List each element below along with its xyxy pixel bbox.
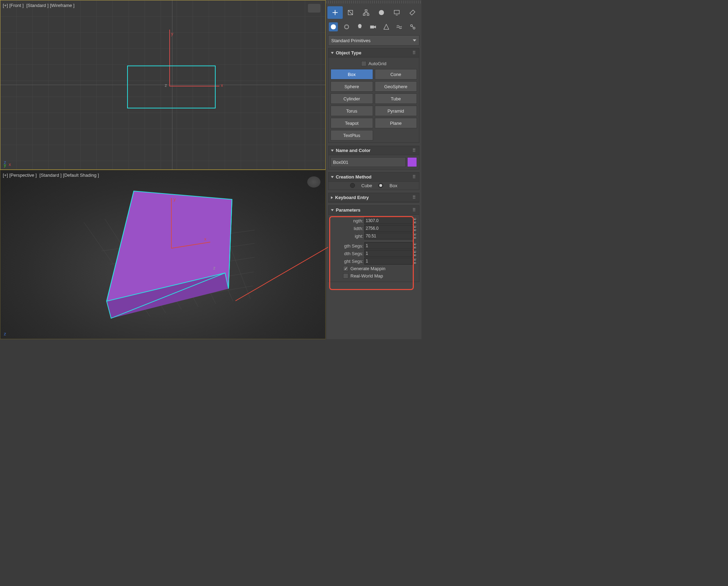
command-panel-tabs (326, 4, 421, 21)
create-tab-icon[interactable] (327, 6, 343, 19)
axis-tripod-front: z y x (4, 160, 11, 167)
spacewarps-icon[interactable] (395, 22, 404, 31)
helpers-icon[interactable] (382, 22, 391, 31)
autogrid-label: AutoGrid (369, 61, 386, 66)
rollout-object-type-header[interactable]: Object Type⠿ (328, 48, 419, 58)
spinner-down-icon[interactable]: ▼ (413, 221, 417, 224)
object-type-teapot[interactable]: Teapot (331, 118, 373, 128)
object-type-box[interactable]: Box (331, 69, 373, 79)
param-length-label: ngth: (338, 218, 363, 223)
radio-box[interactable] (378, 183, 383, 188)
spinner-down-icon[interactable]: ▼ (413, 261, 417, 265)
rollout-creation-method-header[interactable]: Creation Method⠿ (328, 173, 419, 182)
object-name-input[interactable] (331, 157, 406, 167)
panel-grip[interactable] (326, 1, 421, 3)
object-type-torus[interactable]: Torus (331, 106, 373, 116)
svg-rect-35 (345, 25, 348, 28)
param-wsegs-input[interactable] (364, 250, 413, 257)
rollout-name-color: Name and Color⠿ (328, 146, 419, 169)
svg-rect-36 (370, 25, 374, 28)
spinner-up-icon[interactable]: ▲ (413, 242, 417, 246)
param-height-label: ight: (338, 234, 363, 239)
svg-line-41 (412, 26, 413, 28)
object-type-geosphere[interactable]: GeoSphere (375, 81, 417, 92)
spinner-down-icon[interactable]: ▼ (413, 253, 417, 257)
svg-point-30 (379, 10, 384, 15)
spinner-down-icon[interactable]: ▼ (413, 228, 417, 232)
viewport-persp-label[interactable]: [+] [Perspective ] [Standard ] [Default … (3, 172, 99, 178)
viewport-perspective[interactable]: [+] [Perspective ] [Standard ] [Default … (0, 170, 326, 340)
persp-y-axis (171, 198, 172, 249)
lights-icon[interactable] (355, 22, 364, 31)
autogrid-checkbox[interactable] (361, 61, 366, 66)
param-width-input[interactable] (364, 225, 413, 232)
persp-z-label: z (213, 265, 216, 271)
generate-mapping-label: Generate Mappin (350, 266, 385, 271)
cameras-icon[interactable] (369, 22, 378, 31)
param-hsegs-input[interactable] (364, 258, 413, 265)
persp-x-label: x (204, 236, 207, 242)
object-type-textplus[interactable]: TextPlus (331, 130, 373, 140)
object-color-swatch[interactable] (407, 157, 417, 167)
viewcube-persp-icon[interactable] (307, 176, 320, 188)
param-lsegs-input[interactable] (364, 242, 413, 249)
rollout-creation-method: Creation Method⠿ Cube Box (328, 172, 419, 190)
spinner-down-icon[interactable]: ▼ (413, 246, 417, 249)
primitives-dropdown[interactable]: Standard Primitives (328, 35, 419, 46)
param-hsegs-label: ght Segs: (338, 259, 363, 264)
svg-rect-24 (363, 14, 365, 16)
param-height-input[interactable] (364, 233, 413, 239)
shaded-box[interactable] (103, 189, 242, 329)
svg-marker-37 (374, 25, 376, 28)
viewport-front[interactable]: [+] [Front ] [Standard ] [Wireframe ] y … (0, 0, 326, 170)
persp-y-label: y (173, 197, 176, 202)
svg-point-33 (331, 24, 336, 30)
rollout-object-type: Object Type⠿ AutoGrid BoxConeSphereGeoSp… (328, 48, 419, 143)
object-type-pyramid[interactable]: Pyramid (375, 106, 417, 116)
shapes-icon[interactable] (342, 22, 351, 31)
real-world-checkbox[interactable] (343, 273, 348, 279)
radio-cube-label: Cube (361, 183, 372, 188)
object-type-tube[interactable]: Tube (375, 93, 417, 104)
utilities-tab-icon[interactable] (405, 6, 420, 19)
axis-tripod-persp: z (4, 332, 6, 336)
generate-mapping-checkbox[interactable] (343, 266, 348, 271)
display-tab-icon[interactable] (389, 6, 404, 19)
object-type-sphere[interactable]: Sphere (331, 81, 373, 92)
radio-cube[interactable] (350, 183, 355, 188)
geometry-icon[interactable] (329, 22, 338, 31)
real-world-label: Real-World Map (350, 273, 383, 279)
param-length-input[interactable] (364, 217, 413, 224)
hierarchy-tab-icon[interactable] (358, 6, 374, 19)
modify-tab-icon[interactable] (343, 6, 358, 19)
spinner-down-icon[interactable]: ▼ (413, 236, 417, 239)
rollout-keyboard-entry: Keyboard Entry⠿ (328, 193, 419, 203)
param-lsegs-label: gth Segs: (338, 243, 363, 249)
object-type-cone[interactable]: Cone (375, 69, 417, 79)
motion-tab-icon[interactable] (374, 6, 389, 19)
object-type-plane[interactable]: Plane (375, 118, 417, 128)
viewcube-icon[interactable] (308, 4, 320, 13)
spinner-up-icon[interactable]: ▲ (413, 225, 417, 228)
param-wsegs-label: dth Segs: (338, 251, 363, 256)
rollout-name-color-header[interactable]: Name and Color⠿ (328, 146, 419, 155)
spinner-up-icon[interactable]: ▲ (413, 233, 417, 236)
object-type-cylinder[interactable]: Cylinder (331, 93, 373, 104)
systems-icon[interactable] (408, 22, 417, 31)
rollout-keyboard-entry-header[interactable]: Keyboard Entry⠿ (328, 193, 419, 202)
rollout-parameters-header[interactable]: Parameters⠿ (328, 206, 419, 215)
viewport-front-label[interactable]: [+] [Front ] [Standard ] [Wireframe ] (3, 2, 75, 8)
radio-box-label: Box (389, 183, 397, 188)
rollout-parameters: Parameters⠿ ngth:▲▼ lidth:▲▼ ight:▲▼ gth… (328, 205, 419, 282)
svg-rect-23 (365, 10, 367, 12)
wireframe-box[interactable] (127, 66, 216, 108)
svg-rect-31 (394, 10, 400, 14)
command-panel: Standard Primitives Object Type⠿ AutoGri… (326, 0, 421, 339)
spinner-up-icon[interactable]: ▲ (413, 217, 417, 221)
create-category-row (326, 21, 421, 34)
spinner-up-icon[interactable]: ▲ (413, 250, 417, 253)
spinner-up-icon[interactable]: ▲ (413, 258, 417, 261)
svg-rect-25 (367, 14, 369, 16)
param-width-label: lidth: (338, 226, 363, 231)
